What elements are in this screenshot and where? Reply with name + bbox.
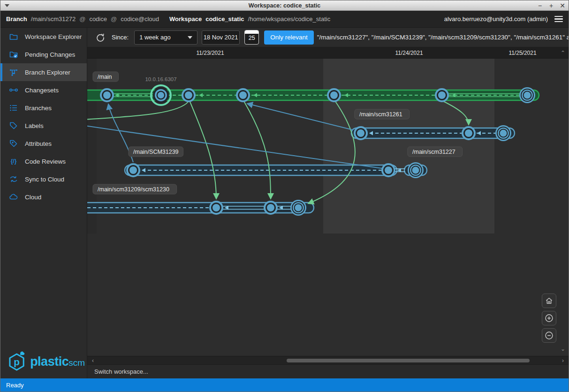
status-text: Ready — [6, 382, 24, 389]
sidebar-item-label: Code Reviews — [25, 158, 66, 165]
changeset-node[interactable] — [151, 85, 171, 105]
sidebar-item-label: Changesets — [25, 87, 59, 94]
changeset-node[interactable] — [354, 126, 368, 140]
changeset-node[interactable] — [495, 125, 511, 141]
sidebar-item-cloud[interactable]: Cloud — [0, 188, 87, 206]
sidebar-item-label: Labels — [25, 122, 44, 129]
list-icon — [9, 103, 18, 113]
sidebar-item-sync-to-cloud[interactable]: Sync to Cloud — [0, 170, 87, 188]
horizontal-scrollbar[interactable]: ‹ › — [87, 356, 569, 364]
scroll-right-icon[interactable]: › — [559, 356, 567, 365]
branch-label-chip[interactable]: /main/scm31209/scm31230 — [93, 184, 177, 194]
folder-icon — [9, 32, 18, 41]
date-field[interactable]: 18 Nov 2021 — [202, 30, 240, 45]
sync-icon — [9, 174, 18, 184]
branch-band[interactable] — [351, 128, 515, 138]
scroll-down-icon[interactable]: ⌄ — [560, 346, 566, 352]
branch-label-chip[interactable]: /main/SCM31239 — [129, 147, 183, 157]
zoom-out-icon — [545, 331, 554, 340]
switch-workspace-label: Switch workspace... — [94, 368, 148, 375]
branch-band[interactable] — [125, 165, 397, 175]
zoom-in-icon — [545, 314, 554, 323]
changeset-node[interactable] — [381, 163, 395, 177]
branch-label-chip[interactable]: /main/scm31227 — [408, 147, 463, 157]
scroll-up-icon[interactable]: ⌃ — [560, 50, 566, 56]
hamburger-menu-icon[interactable] — [554, 15, 563, 24]
repo-value[interactable]: codice — [89, 15, 107, 23]
svg-text:/main/SCM31239: /main/SCM31239 — [133, 149, 179, 155]
scrollbar-thumb[interactable] — [287, 359, 530, 362]
workspace-label: Workspace — [169, 15, 202, 23]
sidebar-item-workspace-explorer[interactable]: Workspace Explorer — [0, 28, 87, 45]
at-separator: @ — [79, 15, 85, 23]
changeset-node[interactable] — [209, 201, 223, 215]
changeset-node[interactable] — [264, 201, 278, 215]
reset-view-button[interactable] — [542, 294, 556, 308]
branch-graph-area[interactable]: ⌃ 11/23/202111/24/202111/25/2021 10.0.16… — [87, 47, 569, 356]
changeset-node[interactable] — [462, 126, 476, 140]
code-review-icon: {/} — [9, 157, 18, 166]
relevant-branches-text: "/main/scm31227", "/main/SCM31239", "/ma… — [317, 34, 569, 41]
zoom-out-button[interactable] — [542, 328, 556, 343]
main-panel: Since: 1 week ago 18 Nov 2021 25 Only re… — [87, 28, 569, 378]
changeset-node[interactable] — [126, 163, 140, 177]
app-header: Branch /main/scm31272 @ codice @ codice@… — [0, 11, 569, 28]
svg-text:/main/scm31261: /main/scm31261 — [359, 111, 402, 118]
switch-workspace-bar[interactable]: Switch workspace... — [87, 364, 569, 378]
changeset-node[interactable] — [435, 88, 449, 102]
changeset-node[interactable] — [327, 88, 341, 102]
close-button[interactable]: ✕ — [559, 0, 566, 11]
plasticscm-logo: p plasticscm — [5, 348, 85, 375]
changeset-node[interactable] — [100, 88, 114, 102]
date-column-header: 11/24/2021 — [395, 47, 423, 59]
at-separator-2: @ — [111, 15, 117, 23]
folder-check-icon — [9, 50, 18, 59]
svg-text:/main: /main — [98, 74, 112, 80]
tag-dot-icon — [9, 139, 18, 148]
sidebar-item-labels[interactable]: Labels — [0, 117, 87, 135]
branch-icon — [9, 68, 18, 77]
server-value[interactable]: codice@cloud — [121, 15, 159, 23]
maximize-button[interactable]: + — [548, 0, 554, 11]
since-dropdown[interactable]: 1 week ago — [134, 30, 197, 45]
calendar-picker-icon[interactable]: 25 — [244, 30, 259, 45]
plasticscm-logo-icon: p — [5, 348, 28, 375]
branch-label-chip[interactable]: /main/scm31261 — [355, 109, 410, 119]
sidebar-item-label: Pending Changes — [25, 51, 75, 58]
changeset-node[interactable] — [408, 162, 424, 178]
sidebar-item-branch-explorer[interactable]: Branch Explorer — [0, 63, 87, 81]
zoom-in-button[interactable] — [542, 311, 556, 325]
sidebar-item-label: Branches — [25, 105, 52, 112]
graph-zoom-controls — [542, 294, 556, 343]
refresh-icon[interactable] — [96, 33, 105, 42]
logo-suffix: scm — [68, 358, 85, 368]
svg-text:/main/scm31209/scm31230: /main/scm31209/scm31230 — [98, 186, 169, 193]
branch-band[interactable] — [87, 203, 314, 213]
app-window: Workspace: codice_static − + ✕ Branch /m… — [0, 0, 569, 392]
branch-graph[interactable]: 10.0.16.6307/main/main/scm31261/main/SCM… — [87, 59, 569, 356]
sidebar-item-label: Cloud — [25, 194, 41, 201]
sidebar-item-attributes[interactable]: Attributes — [0, 135, 87, 152]
since-label: Since: — [112, 34, 129, 41]
minimize-button[interactable]: − — [537, 0, 543, 11]
scroll-left-icon[interactable]: ‹ — [89, 356, 97, 365]
workspace-path: /home/wkspaces/codice_static — [248, 15, 331, 23]
sidebar-item-changesets[interactable]: Changesets — [0, 81, 87, 99]
branch-explorer-toolbar: Since: 1 week ago 18 Nov 2021 25 Only re… — [87, 28, 569, 47]
sidebar-item-pending-changes[interactable]: Pending Changes — [0, 45, 87, 63]
changeset-node[interactable] — [236, 88, 250, 102]
branch-value[interactable]: /main/scm31272 — [31, 15, 76, 23]
sidebar: Workspace Explorer Pending Changes Branc… — [0, 28, 87, 378]
sidebar-item-label: Sync to Cloud — [25, 176, 64, 183]
workspace-value: codice_static — [205, 15, 244, 23]
user-account[interactable]: alvaro.berruezo@unity3d.com (admin) — [444, 15, 548, 23]
only-relevant-button[interactable]: Only relevant — [264, 30, 314, 45]
changeset-node[interactable] — [182, 88, 196, 102]
changeset-node[interactable] — [519, 87, 535, 103]
branch-label-chip[interactable]: /main — [93, 72, 119, 82]
sidebar-item-branches[interactable]: Branches — [0, 99, 87, 117]
os-titlebar: Workspace: codice_static − + ✕ — [0, 0, 569, 11]
changeset-node[interactable] — [290, 200, 306, 216]
since-dropdown-value: 1 week ago — [139, 34, 188, 41]
sidebar-item-code-reviews[interactable]: {/} Code Reviews — [0, 152, 87, 170]
